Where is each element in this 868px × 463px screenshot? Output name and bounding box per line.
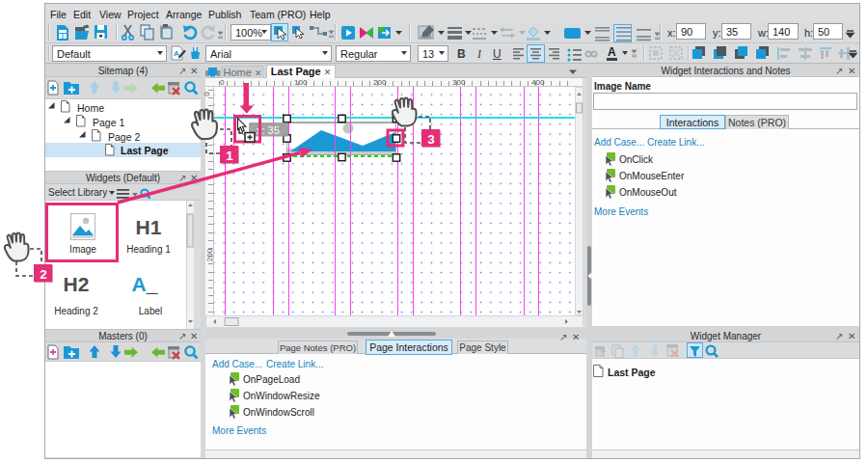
svg-text:3: 3 [427,132,435,147]
svg-text:2: 2 [40,267,47,282]
svg-text:1: 1 [226,149,233,163]
